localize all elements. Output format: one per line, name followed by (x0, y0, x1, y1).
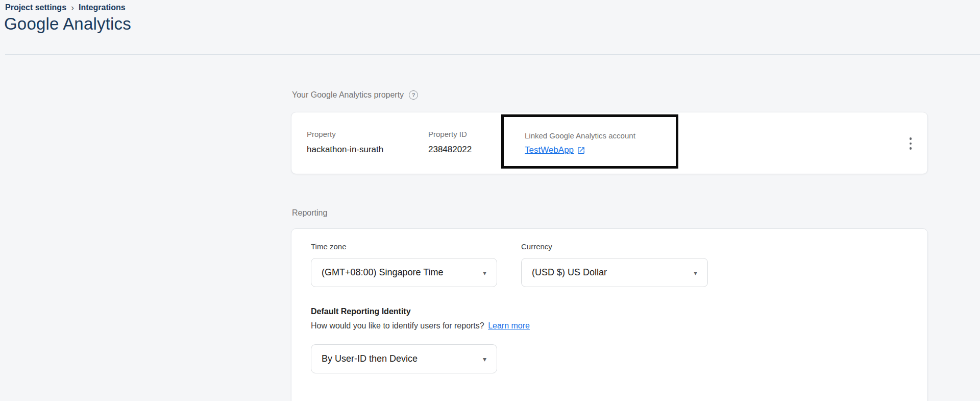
breadcrumb-chevron-icon: › (66, 3, 79, 12)
breadcrumb-project-settings[interactable]: Project settings (5, 3, 66, 12)
currency-label: Currency (521, 242, 552, 251)
property-field-value: hackathon-in-surath (307, 144, 383, 155)
breadcrumb: Project settings › Integrations (5, 3, 126, 12)
property-field-label: Property (307, 130, 383, 139)
reporting-identity-value: By User-ID then Device (322, 353, 418, 364)
kebab-menu-icon[interactable] (904, 133, 917, 154)
property-section-heading: Your Google Analytics property ? (292, 90, 418, 100)
property-card: Property hackathon-in-surath Property ID… (291, 112, 928, 174)
default-reporting-identity-heading: Default Reporting Identity (311, 307, 411, 316)
reporting-section-heading-label: Reporting (292, 208, 327, 218)
reporting-card: Time zone (GMT+08:00) Singapore Time ▾ C… (291, 228, 928, 401)
currency-dropdown[interactable]: (USD $) US Dollar ▾ (521, 258, 708, 287)
identity-description-text: How would you like to identify users for… (311, 321, 484, 330)
breadcrumb-integrations[interactable]: Integrations (79, 3, 126, 12)
time-zone-label: Time zone (311, 242, 346, 251)
dropdown-caret-icon: ▾ (694, 269, 697, 277)
page-title: Google Analytics (4, 14, 131, 34)
dropdown-caret-icon: ▾ (483, 269, 486, 277)
time-zone-value: (GMT+08:00) Singapore Time (322, 267, 444, 278)
learn-more-link[interactable]: Learn more (488, 321, 530, 330)
property-id-field-label: Property ID (428, 130, 472, 139)
property-section-heading-label: Your Google Analytics property (292, 90, 404, 100)
currency-value: (USD $) US Dollar (532, 267, 607, 278)
property-id-field-value: 238482022 (428, 144, 472, 155)
open-in-new-icon (577, 146, 585, 155)
linked-account-link[interactable]: TestWebApp (525, 145, 574, 155)
header-divider (5, 54, 980, 55)
linked-account-field-label: Linked Google Analytics account (525, 131, 635, 140)
property-id-field: Property ID 238482022 (428, 130, 472, 155)
google-analytics-integration-page: Project settings › Integrations Google A… (0, 0, 980, 401)
help-icon[interactable]: ? (409, 90, 418, 100)
linked-account-field: Linked Google Analytics account TestWebA… (525, 131, 635, 155)
reporting-section-heading: Reporting (292, 208, 327, 218)
reporting-identity-dropdown[interactable]: By User-ID then Device ▾ (311, 344, 497, 373)
dropdown-caret-icon: ▾ (483, 355, 486, 363)
time-zone-dropdown[interactable]: (GMT+08:00) Singapore Time ▾ (311, 258, 497, 287)
default-reporting-identity-description: How would you like to identify users for… (311, 321, 530, 331)
property-field: Property hackathon-in-surath (307, 130, 383, 155)
